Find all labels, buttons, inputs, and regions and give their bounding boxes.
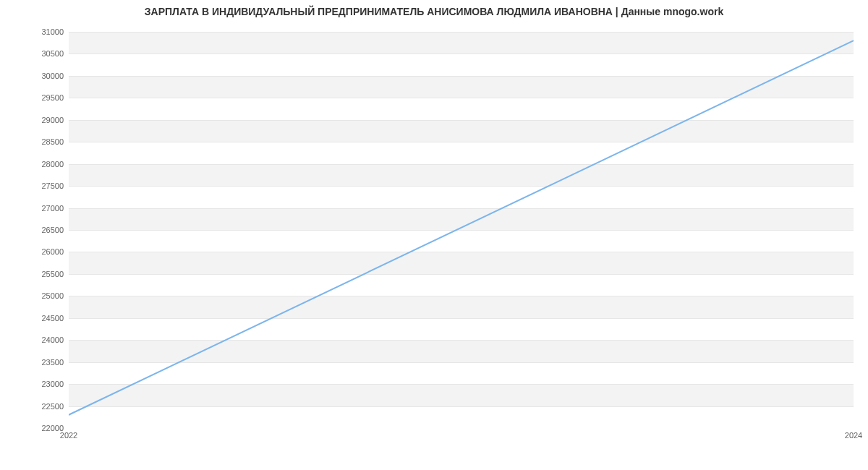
line-series <box>69 32 854 428</box>
y-tick-label: 30000 <box>6 72 64 80</box>
y-tick-label: 22500 <box>6 402 64 411</box>
y-tick-label: 23500 <box>6 358 64 367</box>
plot-area[interactable] <box>69 32 854 428</box>
y-tick-label: 27000 <box>6 204 64 213</box>
y-tick-label: 29500 <box>6 93 64 102</box>
y-tick-label: 26000 <box>6 247 64 256</box>
y-tick-label: 25000 <box>6 291 64 300</box>
y-tick-label: 27500 <box>6 181 64 190</box>
y-tick-label: 22000 <box>6 424 64 432</box>
chart-container: ЗАРПЛАТА В ИНДИВИДУАЛЬНЫЙ ПРЕДПРИНИМАТЕЛ… <box>0 0 868 470</box>
chart-title: ЗАРПЛАТА В ИНДИВИДУАЛЬНЫЙ ПРЕДПРИНИМАТЕЛ… <box>0 6 868 17</box>
y-tick-label: 30500 <box>6 49 64 58</box>
y-tick-label: 28000 <box>6 160 64 168</box>
y-tick-label: 25500 <box>6 270 64 278</box>
x-tick-label: 2024 <box>845 431 862 440</box>
y-tick-label: 23000 <box>6 380 64 388</box>
y-tick-label: 31000 <box>6 27 64 36</box>
y-tick-label: 24500 <box>6 314 64 322</box>
y-tick-label: 29000 <box>6 116 64 124</box>
y-tick-label: 28500 <box>6 137 64 146</box>
y-tick-label: 26500 <box>6 226 64 234</box>
x-tick-label: 2022 <box>60 431 77 440</box>
y-tick-label: 24000 <box>6 336 64 344</box>
